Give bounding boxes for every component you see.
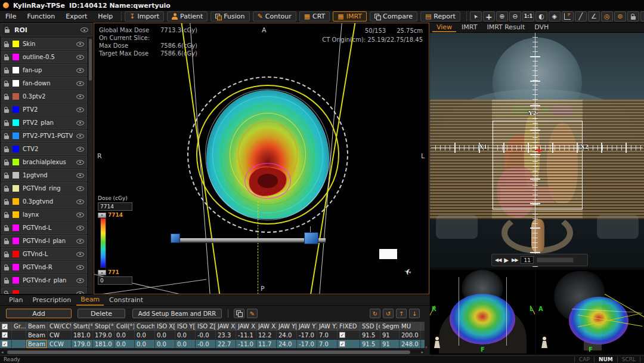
lock-icon[interactable] [4,227,9,231]
dose-lower-handle[interactable]: ▴ [98,270,106,275]
column-header[interactable]: CW/CCW [48,322,72,331]
lock-icon[interactable] [4,201,9,205]
table-cell[interactable]: 23.3 [216,331,236,339]
roi-list-item[interactable]: PGTVnd_ring [1,182,87,195]
lock-icon[interactable] [4,83,9,87]
scroll-right-arrow[interactable]: ▸ [421,350,423,355]
table-cell[interactable]: ✓ [338,340,360,348]
lock-icon[interactable] [4,70,9,73]
roi-list-item[interactable]: PGTVnd-R [1,261,87,273]
axial-view[interactable]: ✈ Global Max Dose 7713.3(cGy) On Current… [94,23,429,294]
zoom-out-button[interactable]: ⊖ [509,11,521,21]
table-cell[interactable]: 91.5 [360,340,380,348]
roi-list-item[interactable]: GTVnd-L [1,248,87,260]
visibility-icon[interactable] [76,160,84,165]
column-header[interactable]: ISO Z[c... [196,322,216,331]
tab-plan[interactable]: Plan [5,296,27,305]
column-header[interactable]: JAW X2... [256,322,277,331]
visibility-icon[interactable] [76,239,84,244]
point-dose-button[interactable]: P [562,11,574,21]
column-header[interactable]: FIXED [338,322,360,331]
table-cell[interactable]: 11.7 [256,340,277,348]
roi-list-item[interactable]: PGTVnd-L [1,222,87,234]
menu-item-help[interactable]: Help [92,13,118,20]
lock-icon[interactable] [4,280,9,284]
tab-constraint[interactable]: Constraint [105,296,147,305]
visibility-icon[interactable] [76,226,84,230]
coronal-view[interactable]: R L F [430,269,535,354]
one-to-one-button[interactable]: 1:1 [522,11,534,21]
playback-progress[interactable] [537,257,574,263]
lock-icon[interactable] [4,57,9,60]
table-cell[interactable]: 12.2 [256,331,277,339]
table-cell[interactable]: 7.0 [317,340,338,348]
rotate-cw-button[interactable]: ↻ [370,309,380,318]
table-horizontal-scrollbar[interactable]: ◂ ▸ [0,350,425,355]
visibility-icon[interactable] [76,173,84,178]
table-cell[interactable]: 91 [380,340,400,348]
column-header[interactable]: Coll(°) [114,322,135,331]
dose-upper-handle[interactable]: ▾ [98,213,106,218]
roi-list-item[interactable]: PTV2-PTV1-PGTVnd-PGTVn: [1,130,87,142]
table-cell[interactable]: 0.0 [155,340,175,348]
lock-tool-button[interactable] [627,11,639,21]
rotate-3d-button[interactable]: ◈ [549,11,561,21]
visibility-icon[interactable] [76,134,84,139]
visibility-icon[interactable] [76,121,84,125]
zoom-in-button[interactable]: ⊕ [496,11,508,21]
snapshot-button[interactable]: ⊡ [640,11,644,21]
visibility-icon[interactable] [76,94,84,99]
angle-button[interactable]: ∠ [588,11,600,21]
sagittal-view[interactable]: A F [536,269,644,354]
roi-list-item[interactable]: PTV2 [1,103,87,116]
toolbar-button-patient[interactable]: Patient [167,11,208,21]
play-button[interactable]: ▶ [504,257,509,263]
tab-imrt-result[interactable]: IMRT Result [482,23,529,32]
toolbar-button-contour[interactable]: ✎Contour [253,11,296,21]
roi-list-item[interactable]: 0.3pgtvnd [1,195,87,208]
visibility-icon[interactable] [76,81,84,86]
toolbar-button-import[interactable]: ↧Import [125,11,164,21]
visibility-icon[interactable] [76,147,84,152]
toolbar-button-crt[interactable]: ▦CRT [299,11,330,21]
column-header[interactable]: ISO Y[c... [175,322,196,331]
table-vertical-scrollbar[interactable]: ▾ [425,322,429,350]
column-header[interactable]: JAW Y2... [317,322,338,331]
table-cell[interactable]: 91 [380,331,400,339]
column-header[interactable]: Stop(°) [93,322,114,331]
tab-dvh[interactable]: DVH [530,23,553,32]
table-cell[interactable]: 179.0 [93,331,114,339]
row-select-cell[interactable]: ✓ [0,340,12,348]
add-beam-button[interactable]: Add [6,309,72,318]
table-cell[interactable]: 91.5 [360,331,380,339]
pan-tool-button[interactable]: + [483,11,495,21]
table-cell[interactable]: 0.0 [155,331,175,339]
edit-beam-button[interactable]: ✎ [247,309,258,318]
table-cell[interactable]: 0.0 [135,340,155,348]
row-select-cell[interactable]: ✓ [0,331,12,339]
table-cell[interactable]: 181.0 [93,340,114,348]
roi-list-item[interactable]: PGTVnd-r_plan [1,274,87,287]
lock-icon[interactable] [4,267,9,270]
pointer-tool-button[interactable]: ➤ [470,11,482,21]
lock-icon[interactable] [4,96,9,100]
column-header[interactable]: SSD [cm] [360,322,380,331]
delete-beam-button[interactable]: Delete [78,309,125,318]
roi-panel-header[interactable]: ROI [1,23,92,36]
lock-icon[interactable] [4,293,9,294]
tab-prescription[interactable]: Prescription [28,296,75,305]
lock-icon[interactable] [4,109,9,113]
beams-eye-view[interactable]: X1 X2 Y2 ◀◀ ▶ ▶▶ 11 [430,33,644,267]
menu-item-export[interactable]: Export [60,13,92,20]
column-header[interactable]: Segment [380,322,400,331]
roi-list-item[interactable]: CTV2 [1,143,87,155]
visibility-icon[interactable] [76,199,84,204]
column-header[interactable]: Start(°) [72,322,93,331]
table-cell[interactable]: -11.0 [236,340,256,348]
roi-list-item[interactable]: laynx [1,208,87,221]
scrollbar-thumb[interactable] [7,350,410,354]
add-setup-beam-drr-button[interactable]: Add Setup Beam and DRR [132,309,222,318]
dose-display-button[interactable]: ◎ [601,11,613,21]
lock-icon[interactable] [4,175,9,179]
dose-max-input[interactable]: 7714 [98,202,132,211]
